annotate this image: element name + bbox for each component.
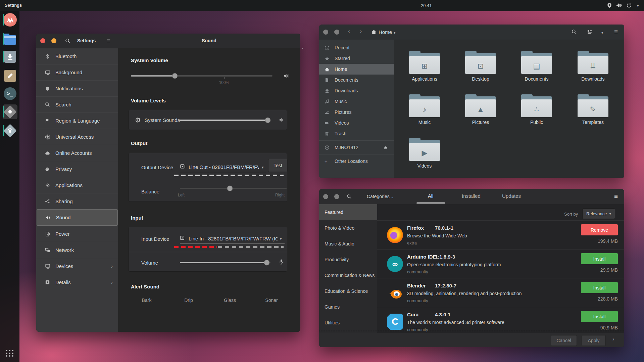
folder-downloads[interactable]: ⇊ Downloads	[570, 53, 616, 82]
system-volume-slider[interactable]	[131, 75, 273, 77]
sidebar-item-sound[interactable]: Sound	[37, 209, 118, 226]
test-button[interactable]: Test	[268, 159, 288, 172]
search-icon[interactable]	[65, 38, 70, 44]
install-button[interactable]: Install	[581, 311, 618, 322]
dock-item-gnome-settings[interactable]	[3, 123, 17, 138]
sidebar-item-background[interactable]: Background	[36, 64, 118, 80]
output-device-value[interactable]: Line Out - 82801FB/FBM/FR/FW/F...	[189, 164, 259, 170]
alert-option-drip[interactable]: Drip	[184, 298, 193, 303]
chevron-down-icon[interactable]: ▾	[280, 237, 282, 241]
slider-knob[interactable]	[227, 186, 233, 191]
alert-option-glass[interactable]: Glass	[224, 298, 236, 303]
files-toolbar[interactable]: ‹ › Home ▾ ▾ ≡	[319, 25, 624, 40]
slider-knob[interactable]	[172, 73, 178, 79]
sidebar-item-videos[interactable]: Videos	[319, 118, 394, 128]
dock-item-software-update[interactable]	[3, 49, 17, 64]
input-device-value[interactable]: Line In - 82801FB/FBM/FR/FW/FRW (ICH6 Fa…	[189, 236, 278, 241]
dock-item-settings-manager[interactable]	[3, 104, 17, 119]
clock[interactable]: 20:41	[421, 3, 432, 8]
category-utilities[interactable]: Utilities	[319, 315, 377, 330]
sidebar-item-privacy[interactable]: Privacy	[36, 161, 118, 177]
categories-dropdown[interactable]: Categories ⌄	[367, 194, 394, 199]
sidebar-item-network[interactable]: Network	[36, 242, 118, 258]
window-button[interactable]	[323, 30, 328, 35]
sidebar-item-starred[interactable]: Starred	[319, 53, 394, 64]
close-button[interactable]	[40, 38, 45, 43]
window-button[interactable]	[334, 194, 339, 199]
folder-documents[interactable]: ▤ Documents	[514, 53, 559, 82]
sidebar-item-region-language[interactable]: Region & Language	[36, 112, 118, 129]
chevron-down-icon[interactable]: ▾	[394, 31, 396, 35]
menu-icon[interactable]: ≡	[614, 193, 618, 199]
folder-public[interactable]: ∴ Public	[514, 96, 559, 125]
system-sounds-slider[interactable]	[179, 120, 270, 121]
minimize-button[interactable]	[51, 38, 56, 43]
cancel-button[interactable]: Cancel	[551, 335, 577, 346]
sidebar-item-trash[interactable]: Trash	[319, 128, 394, 139]
sidebar-item-applications[interactable]: Applications	[36, 177, 118, 193]
folder-videos[interactable]: ▶ Videos	[402, 140, 447, 169]
menu-icon[interactable]: ≡	[614, 29, 618, 35]
input-volume-slider[interactable]	[180, 262, 270, 263]
tab-all[interactable]: All	[428, 193, 434, 199]
focused-app-name[interactable]: Settings	[5, 3, 22, 8]
sidebar-item-documents[interactable]: Documents	[319, 75, 394, 85]
dock-item-files[interactable]	[3, 32, 17, 46]
install-button[interactable]: Install	[581, 282, 618, 293]
search-icon[interactable]	[347, 194, 352, 199]
app-row-firefox[interactable]: Firefox 70.0.1-1 Browse the World Wide W…	[377, 220, 624, 250]
sidebar-item-power[interactable]: Power	[36, 226, 118, 242]
back-icon[interactable]: ‹	[348, 28, 350, 35]
sidebar-item-home[interactable]: Home	[319, 64, 394, 75]
chevron-down-icon[interactable]: ▾	[637, 4, 639, 8]
sidebar-item-notifications[interactable]: Notifications	[36, 80, 118, 96]
sidebar-item-search[interactable]: Search	[36, 96, 118, 112]
eject-icon[interactable]	[383, 145, 388, 150]
view-options-icon[interactable]	[587, 29, 593, 35]
app-row-blender[interactable]: Blender 17:2.80-7 3D modeling, animation…	[377, 278, 624, 307]
balance-slider[interactable]	[180, 188, 287, 189]
chevron-down-icon[interactable]: ▾	[601, 31, 603, 35]
alert-option-bark[interactable]: Bark	[142, 298, 152, 303]
dock-item-firefox[interactable]	[3, 12, 17, 27]
tab-installed[interactable]: Installed	[462, 193, 481, 199]
app-row-arduino[interactable]: ∞ Arduino IDE 1:1.8.9-3 Open-source elec…	[377, 249, 624, 278]
expand-chevron-icon[interactable]: ›	[612, 336, 614, 342]
sort-select[interactable]: Relevance▾	[582, 209, 615, 219]
slider-knob[interactable]	[264, 260, 270, 266]
chevron-down-icon[interactable]: ▾	[262, 165, 264, 170]
volume-icon[interactable]	[616, 3, 622, 8]
apply-button[interactable]: Apply	[582, 335, 606, 346]
sidebar-item-music[interactable]: Music	[319, 96, 394, 107]
sidebar-item-devices[interactable]: Devices ›	[36, 258, 118, 274]
sidebar-item-details[interactable]: Details ›	[36, 274, 118, 290]
folder-templates[interactable]: ✎ Templates	[570, 96, 616, 125]
sidebar-item-pictures[interactable]: Pictures	[319, 107, 394, 118]
alert-option-sonar[interactable]: Sonar	[265, 298, 278, 303]
sidebar-item-device[interactable]: MJRO1812	[319, 142, 394, 153]
dock-item-text-editor[interactable]	[3, 69, 17, 83]
category-games[interactable]: Games	[319, 299, 377, 315]
search-icon[interactable]	[572, 29, 577, 35]
install-button[interactable]: Install	[581, 253, 618, 264]
sidebar-item-universal-access[interactable]: Universal Access	[36, 129, 118, 145]
sidebar-item-online-accounts[interactable]: Online Accounts	[36, 145, 118, 161]
category-education-science[interactable]: Education & Science	[319, 283, 377, 299]
sidebar-item-downloads[interactable]: Downloads	[319, 85, 394, 96]
forward-icon[interactable]: ›	[360, 28, 362, 35]
window-button[interactable]	[334, 30, 339, 35]
software-header[interactable]: Categories ⌄ All Installed Updates ≡	[319, 189, 624, 205]
folder-music[interactable]: ♪ Music	[402, 96, 447, 125]
slider-knob[interactable]	[265, 118, 270, 123]
folder-pictures[interactable]: ▲ Pictures	[458, 96, 503, 125]
tab-updates[interactable]: Updates	[502, 193, 521, 199]
sidebar-item-bluetooth[interactable]: Bluetooth	[36, 48, 118, 64]
shield-security-icon[interactable]	[607, 3, 612, 8]
show-applications-button[interactable]	[6, 350, 14, 357]
settings-titlebar[interactable]: Settings ≡ Sound	[36, 34, 300, 49]
folder-desktop[interactable]: ⊡ Desktop	[458, 53, 503, 82]
sidebar-item-other-locations[interactable]: + Other Locations	[319, 156, 394, 167]
category-communication-news[interactable]: Communication & News	[319, 267, 377, 283]
category-featured[interactable]: Featured	[319, 204, 377, 220]
category-music-audio[interactable]: Music & Audio	[319, 236, 377, 252]
